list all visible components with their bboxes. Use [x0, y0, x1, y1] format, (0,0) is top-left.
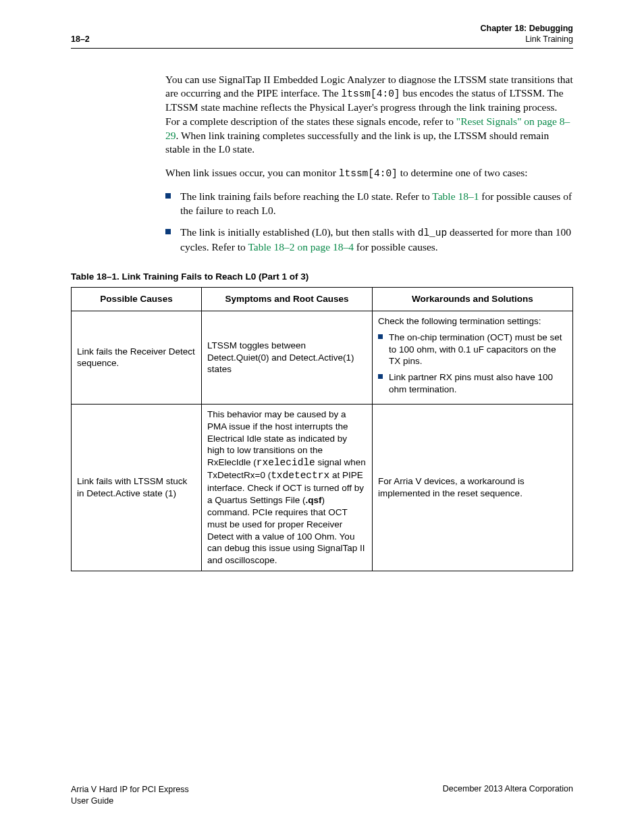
- text: ) command. PCIe requires that OCT must b…: [207, 495, 365, 565]
- page-header: 18–2 Chapter 18: Debugging Link Training: [71, 23, 573, 45]
- cell-symptom: This behavior may be caused by a PMA iss…: [202, 404, 373, 571]
- page-footer: Arria V Hard IP for PCI Express User Gui…: [71, 784, 573, 807]
- bullet-item-1: The link training fails before reaching …: [165, 190, 573, 217]
- cell-workaround: Check the following termination settings…: [373, 311, 573, 405]
- code-dlup: dl_up: [418, 228, 448, 238]
- cell-bullet: Link partner RX pins must also have 100 …: [378, 371, 567, 396]
- text: The link is initially established (L0), …: [180, 226, 418, 238]
- chapter-title: Chapter 18: Debugging: [480, 23, 573, 34]
- code-txdetectrx: txdetectrx: [271, 470, 329, 481]
- cell-workaround: For Arria V devices, a workaround is imp…: [373, 404, 573, 571]
- paragraph-1: You can use SignalTap II Embedded Logic …: [165, 73, 573, 157]
- header-right: Chapter 18: Debugging Link Training: [480, 23, 573, 45]
- doc-title: Arria V Hard IP for PCI Express: [71, 785, 189, 794]
- col-header-symptoms: Symptoms and Root Causes: [202, 288, 373, 311]
- text: The link training fails before reaching …: [180, 190, 432, 202]
- table-18-1: Possible Causes Symptoms and Root Causes…: [71, 287, 573, 571]
- doc-subtitle: User Guide: [71, 796, 113, 806]
- col-header-causes: Possible Causes: [72, 288, 202, 311]
- paragraph-2: When link issues occur, you can monitor …: [165, 166, 573, 180]
- cell-bullet: The on-chip termination (OCT) must be se…: [378, 332, 567, 367]
- footer-right: December 2013 Altera Corporation: [443, 784, 573, 807]
- bullet-list: The link training fails before reaching …: [165, 190, 573, 254]
- text: . When link training completes successfu…: [165, 130, 549, 155]
- text: for possible causes.: [354, 241, 438, 253]
- table-row: Link fails with LTSSM stuck in Detect.Ac…: [72, 404, 573, 571]
- table-header-row: Possible Causes Symptoms and Root Causes…: [72, 288, 573, 311]
- code-ltssm: ltssm[4:0]: [339, 168, 398, 179]
- code-ltssm: ltssm[4:0]: [342, 88, 400, 99]
- table-row: Link fails the Receiver Detect sequence.…: [72, 311, 573, 405]
- page-number: 18–2: [71, 34, 90, 45]
- cell-cause: Link fails with LTSSM stuck in Detect.Ac…: [72, 404, 202, 571]
- table-caption: Table 18–1. Link Training Fails to Reach…: [71, 271, 573, 282]
- cell-bullets: The on-chip termination (OCT) must be se…: [378, 332, 567, 396]
- cell-lead: Check the following termination settings…: [378, 315, 567, 328]
- link-table-18-2[interactable]: Table 18–2 on page 18–4: [248, 241, 353, 253]
- link-table-18-1[interactable]: Table 18–1: [432, 190, 479, 202]
- text: When link issues occur, you can monitor: [165, 167, 339, 178]
- text: to determine one of two cases:: [398, 167, 528, 178]
- bold-qsf: .qsf: [306, 495, 322, 505]
- col-header-workarounds: Workarounds and Solutions: [373, 288, 573, 311]
- section-title: Link Training: [480, 34, 573, 45]
- cell-cause: Link fails the Receiver Detect sequence.: [72, 311, 202, 405]
- bullet-item-2: The link is initially established (L0), …: [165, 226, 573, 254]
- cell-symptom: LTSSM toggles between Detect.Quiet(0) an…: [202, 311, 373, 405]
- body-text: You can use SignalTap II Embedded Logic …: [165, 49, 573, 255]
- code-rxelecidle: rxelecidle: [257, 457, 315, 468]
- footer-left: Arria V Hard IP for PCI Express User Gui…: [71, 784, 189, 807]
